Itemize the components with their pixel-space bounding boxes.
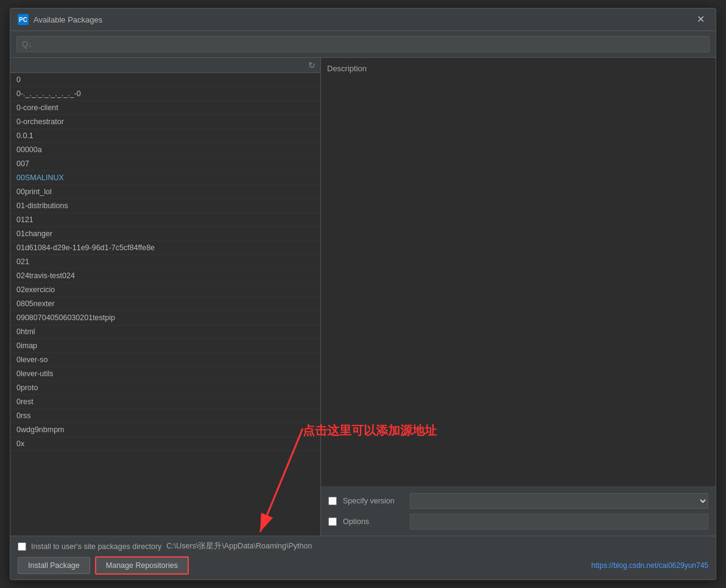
list-item[interactable]: 01changer (10, 227, 320, 241)
list-item[interactable]: 0-orchestrator (10, 115, 320, 129)
footer: Install to user's site packages director… (10, 536, 716, 579)
list-item[interactable]: 0805nexter (10, 297, 320, 311)
specify-version-row: Specify version (328, 493, 708, 509)
list-item[interactable]: 007 (10, 157, 320, 171)
options-checkbox[interactable] (328, 517, 337, 526)
right-panel: Description Specify version Options (321, 58, 716, 536)
options-input[interactable] (410, 514, 708, 530)
main-area: ↻ 00-._._._._._._._._-00-core-client0-or… (10, 58, 716, 536)
list-item[interactable]: 0-core-client (10, 101, 320, 115)
url-label: https://blog.csdn.net/cai0629yun745 (591, 561, 708, 570)
list-item[interactable]: 0rest (10, 395, 320, 409)
list-item[interactable]: 021 (10, 255, 320, 269)
list-item[interactable]: 0-._._._._._._._._-0 (10, 87, 320, 101)
specify-version-checkbox[interactable] (328, 497, 337, 505)
install-package-button[interactable]: Install Package (18, 557, 90, 574)
list-item[interactable]: 02exercicio (10, 283, 320, 297)
list-item[interactable]: 0lever-utils (10, 367, 320, 381)
install-path-row: Install to user's site packages director… (18, 541, 708, 551)
list-item[interactable]: 01-distributions (10, 199, 320, 213)
list-item[interactable]: 0121 (10, 213, 320, 227)
description-area: Description (321, 58, 716, 487)
description-label: Description (327, 64, 710, 73)
list-item[interactable]: 0lever-so (10, 353, 320, 367)
list-item[interactable]: 0wdg9nbmpm (10, 423, 320, 437)
list-item[interactable]: 0imap (10, 339, 320, 353)
buttons-row: Install Package Manage Repositories http… (18, 556, 708, 575)
specify-version-label: Specify version (343, 497, 404, 505)
list-item[interactable]: 00000a (10, 143, 320, 157)
package-list[interactable]: 00-._._._._._._._._-00-core-client0-orch… (10, 73, 320, 536)
list-item[interactable]: 01d61084-d29e-11e9-96d1-7c5cf84ffe8e (10, 241, 320, 255)
close-button[interactable]: ✕ (693, 13, 708, 26)
install-path-value: C:\Users\张星升\AppData\Roaming\Python (166, 541, 312, 551)
options-row: Options (328, 514, 708, 530)
list-header: ↻ (10, 58, 320, 73)
app-icon: PC (18, 14, 29, 25)
refresh-icon[interactable]: ↻ (308, 60, 315, 70)
install-path-checkbox[interactable] (18, 542, 26, 551)
list-item[interactable]: 00SMALINUX (10, 171, 320, 185)
list-item[interactable]: 0html (10, 325, 320, 339)
search-input[interactable] (16, 36, 710, 52)
list-item[interactable]: 0rss (10, 409, 320, 423)
list-item[interactable]: 0 (10, 73, 320, 87)
available-packages-dialog: PC Available Packages ✕ ↻ 00-._._._._._.… (10, 8, 716, 580)
options-label: Options (343, 517, 404, 526)
title-bar: PC Available Packages ✕ (10, 9, 716, 31)
list-item[interactable]: 0.0.1 (10, 129, 320, 143)
list-item[interactable]: 00print_lol (10, 185, 320, 199)
search-bar (10, 31, 716, 58)
dialog-title: Available Packages (33, 15, 102, 24)
options-area: Specify version Options (321, 487, 716, 536)
list-item[interactable]: 024travis-test024 (10, 269, 320, 283)
list-item[interactable]: 0proto (10, 381, 320, 395)
package-list-container: ↻ 00-._._._._._._._._-00-core-client0-or… (10, 58, 321, 536)
specify-version-select[interactable] (410, 493, 708, 509)
manage-repositories-button[interactable]: Manage Repositories (95, 556, 189, 575)
title-bar-left: PC Available Packages (18, 14, 102, 25)
install-path-label: Install to user's site packages director… (31, 542, 161, 551)
list-item[interactable]: 090807040506030201testpip (10, 311, 320, 325)
list-item[interactable]: 0x (10, 437, 320, 451)
